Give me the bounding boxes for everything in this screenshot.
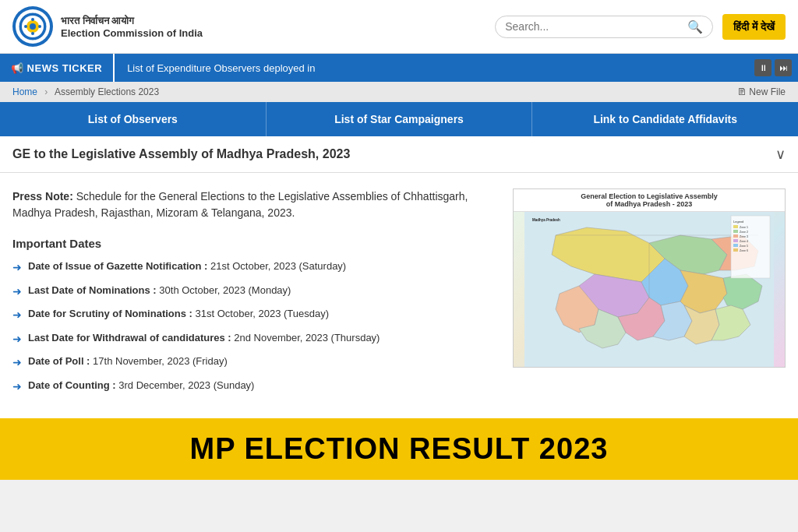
election-banner: MP ELECTION RESULT 2023	[0, 418, 798, 480]
tab-candidate-affidavits[interactable]: Link to Candidate Affidavits	[532, 102, 798, 136]
chevron-down-icon[interactable]: ∨	[775, 146, 786, 163]
arrow-icon: ➜	[12, 379, 22, 395]
press-note: Press Note: Schedule for the General Ele…	[12, 188, 497, 221]
important-dates-heading: Important Dates	[12, 237, 497, 250]
arrow-icon: ➜	[12, 284, 22, 300]
map-svg-area: Legend Zone 1 Zone 2 Zone 3 Zone 4 Zone …	[514, 212, 785, 368]
ticker-next-button[interactable]: ⏭	[775, 59, 792, 76]
content-area: Press Note: Schedule for the General Ele…	[0, 173, 798, 418]
svg-point-4	[31, 18, 34, 21]
date-text: Date for Scrutiny of Nominations : 31st …	[28, 307, 329, 321]
date-text: Date of Poll : 17th November, 2023 (Frid…	[28, 354, 228, 368]
header-right: 🔍 हिंदी में देखें	[495, 14, 786, 40]
search-button[interactable]: 🔍	[687, 19, 703, 34]
mp-map-svg: Legend Zone 1 Zone 2 Zone 3 Zone 4 Zone …	[514, 212, 785, 368]
content-left: Press Note: Schedule for the General Ele…	[12, 188, 497, 403]
breadcrumb-separator: ›	[44, 86, 48, 97]
svg-point-3	[30, 23, 36, 30]
date-text: Date of Counting : 3rd December, 2023 (S…	[28, 379, 254, 393]
svg-text:Zone 4: Zone 4	[740, 240, 748, 243]
ticker-text: List of Expenditure Observers deployed i…	[127, 62, 315, 74]
search-box[interactable]: 🔍	[495, 16, 713, 38]
date-text: Date of Issue of Gazette Notification : …	[28, 259, 346, 273]
news-ticker-label: 📢 NEWS TICKER	[0, 54, 115, 82]
breadcrumb-home[interactable]: Home	[12, 86, 37, 97]
breadcrumb-current: Assembly Elections 2023	[55, 86, 159, 97]
logo-area: भारत निर्वाचन आयोग Election Commission o…	[12, 6, 203, 47]
main-content: GE to the Legislative Assembly of Madhya…	[0, 136, 798, 480]
news-ticker-bar: 📢 NEWS TICKER List of Expenditure Observ…	[0, 54, 798, 82]
svg-text:Zone 2: Zone 2	[740, 231, 748, 234]
date-item: ➜ Date of Issue of Gazette Notification …	[12, 259, 497, 276]
svg-text:Legend: Legend	[733, 220, 743, 224]
svg-point-7	[38, 25, 41, 28]
svg-text:Zone 3: Zone 3	[740, 235, 748, 238]
arrow-icon: ➜	[12, 332, 22, 347]
svg-point-6	[24, 25, 27, 28]
svg-text:Zone 5: Zone 5	[740, 245, 748, 248]
svg-text:Zone 1: Zone 1	[740, 226, 748, 229]
search-input[interactable]	[505, 20, 687, 33]
ticker-controls: ⏸ ⏭	[754, 59, 798, 76]
date-item: ➜ Last Date of Nominations : 30th Octobe…	[12, 284, 497, 300]
tab-star-campaigners[interactable]: List of Star Campaigners	[267, 102, 533, 136]
svg-text:Madhya Pradesh: Madhya Pradesh	[532, 218, 560, 222]
date-item: ➜ Date for Scrutiny of Nominations : 31s…	[12, 307, 497, 323]
eci-logo-svg	[18, 12, 48, 41]
breadcrumb-bar: Home › Assembly Elections 2023 🖹 New Fil…	[0, 82, 798, 102]
breadcrumb: Home › Assembly Elections 2023	[12, 86, 159, 97]
date-item: ➜ Date of Counting : 3rd December, 2023 …	[12, 379, 497, 395]
hindi-toggle-button[interactable]: हिंदी में देखें	[722, 14, 786, 40]
site-header: भारत निर्वाचन आयोग Election Commission o…	[0, 0, 798, 54]
svg-rect-26	[733, 225, 738, 228]
election-banner-text: MP ELECTION RESULT 2023	[12, 432, 786, 466]
date-item: ➜ Last Date for Withdrawal of candidatur…	[12, 331, 497, 347]
date-text: Last Date for Withdrawal of candidatures…	[28, 331, 380, 345]
press-note-text: Schedule for the General Elections to th…	[12, 190, 468, 219]
date-item: ➜ Date of Poll : 17th November, 2023 (Fr…	[12, 354, 497, 371]
date-text: Last Date of Nominations : 30th October,…	[28, 284, 291, 298]
nav-tabs: List of Observers List of Star Campaigne…	[0, 102, 798, 136]
svg-rect-36	[733, 248, 738, 252]
new-file-button[interactable]: 🖹 New File	[737, 86, 786, 97]
header-title-hindi: भारत निर्वाचन आयोग	[61, 15, 203, 27]
svg-rect-34	[733, 244, 738, 247]
arrow-icon: ➜	[12, 308, 22, 323]
svg-rect-28	[733, 230, 738, 233]
logo-emblem	[12, 6, 53, 47]
section-header: GE to the Legislative Assembly of Madhya…	[0, 136, 798, 173]
header-title-block: भारत निर्वाचन आयोग Election Commission o…	[61, 15, 203, 39]
press-note-label: Press Note:	[12, 190, 73, 203]
header-title-english: Election Commission of India	[61, 27, 203, 39]
map-container: General Election to Legislative Assembly…	[513, 188, 786, 368]
important-dates: Important Dates ➜ Date of Issue of Gazet…	[12, 237, 497, 395]
svg-rect-30	[733, 234, 738, 238]
ticker-pause-button[interactable]: ⏸	[754, 59, 772, 76]
arrow-icon: ➜	[12, 260, 22, 276]
logo-inner	[16, 9, 50, 44]
arrow-icon: ➜	[12, 355, 22, 371]
map-title: General Election to Legislative Assembly…	[514, 189, 785, 212]
section-title: GE to the Legislative Assembly of Madhya…	[12, 147, 350, 161]
svg-text:Zone 6: Zone 6	[740, 249, 748, 252]
content-right: General Election to Legislative Assembly…	[513, 188, 786, 403]
svg-point-5	[31, 32, 34, 35]
news-ticker-content: List of Expenditure Observers deployed i…	[115, 62, 754, 74]
svg-rect-32	[733, 239, 738, 242]
tab-observers[interactable]: List of Observers	[0, 102, 267, 136]
